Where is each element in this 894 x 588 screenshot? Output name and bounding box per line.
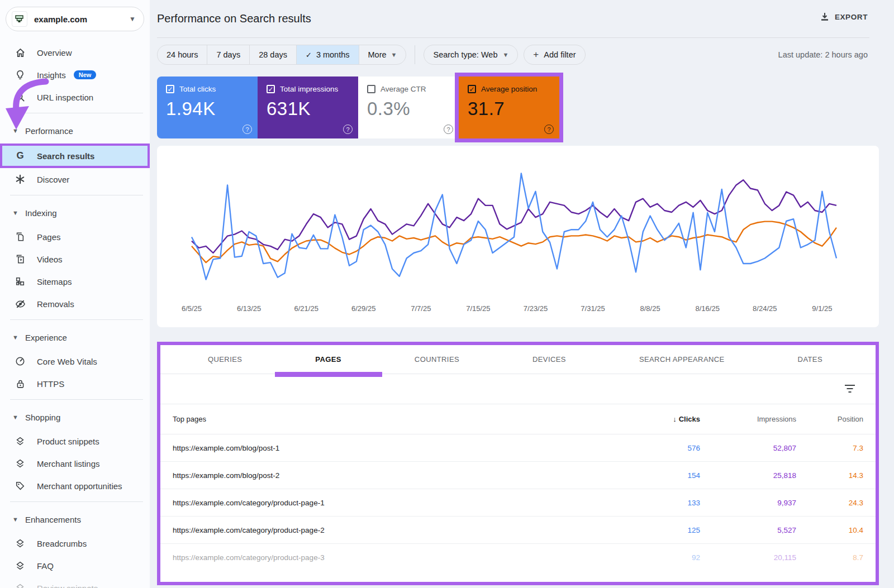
sidebar-item-label: URL inspection (37, 93, 93, 102)
sidebar-item-pages[interactable]: Pages (0, 226, 150, 248)
sidebar-item-discover[interactable]: Discover (0, 168, 150, 190)
date-range-control: 24 hours 7 days 28 days ✓3 months More▼ (157, 45, 406, 65)
metric-value: 631K (267, 98, 349, 119)
sidebar-item-label: Merchant opportunities (37, 481, 122, 491)
table-row[interactable]: https://example.com/category/product-pag… (160, 489, 876, 517)
checkbox-checked-icon[interactable]: ✓ (267, 85, 275, 93)
help-icon[interactable]: ? (242, 125, 252, 134)
range-28-days[interactable]: 28 days (250, 45, 297, 64)
divider (10, 195, 143, 195)
sidebar-item-sitemaps[interactable]: Sitemaps (0, 270, 150, 293)
sidebar-item-breadcrumbs[interactable]: Breadcrumbs (0, 532, 150, 554)
range-24-hours[interactable]: 24 hours (158, 45, 207, 64)
sidebar-item-label: Breadcrumbs (37, 539, 87, 548)
x-axis-label: 6/29/25 (351, 304, 375, 313)
sidebar-item-insights[interactable]: Insights New (0, 64, 150, 86)
checkbox-unchecked-icon[interactable] (367, 85, 375, 93)
table-row[interactable]: https://example.com/category/product-pag… (160, 544, 876, 571)
sidebar-item-core-web-vitals[interactable]: Core Web Vitals (0, 350, 150, 372)
range-more-dropdown[interactable]: More▼ (359, 45, 406, 64)
sidebar-item-removals[interactable]: Removals (0, 293, 150, 315)
property-selector[interactable]: example.com ▼ (6, 7, 144, 31)
filter-icon[interactable] (844, 385, 855, 394)
search-type-dropdown[interactable]: Search type: Web ▼ (424, 45, 518, 65)
plus-icon: + (533, 49, 539, 60)
help-icon[interactable]: ? (444, 125, 453, 134)
tab-queries[interactable]: QUERIES (208, 345, 242, 374)
clicks-cell: 154 (607, 471, 708, 480)
x-axis-label: 7/7/25 (411, 304, 431, 313)
help-icon[interactable]: ? (544, 125, 554, 134)
table-row[interactable]: https://example.com/blog/post-215425,818… (160, 462, 876, 489)
help-icon[interactable]: ? (343, 125, 353, 134)
column-header-position[interactable]: Position (796, 415, 876, 423)
sidebar-section-performance[interactable]: ▼ Performance (0, 118, 150, 144)
page-url-cell[interactable]: https://example.com/category/product-pag… (160, 526, 607, 534)
sidebar-section-indexing[interactable]: ▼ Indexing (0, 200, 150, 226)
checkbox-checked-icon[interactable]: ✓ (468, 85, 476, 93)
checkbox-checked-icon[interactable]: ✓ (166, 85, 174, 93)
layers-icon (15, 436, 26, 447)
sidebar-item-merchant-opportunities[interactable]: Merchant opportunities (0, 475, 150, 497)
sidebar-item-merchant-listings[interactable]: Merchant listings (0, 452, 150, 475)
sidebar-item-videos[interactable]: Videos (0, 248, 150, 270)
sidebar-item-label: Insights (37, 70, 66, 80)
divider (10, 399, 143, 400)
tab-dates[interactable]: DATES (798, 345, 822, 374)
line-chart: 6/5/256/13/256/21/256/29/257/7/257/15/25… (157, 146, 879, 327)
add-filter-button[interactable]: + Add filter (524, 45, 585, 65)
sidebar-item-https[interactable]: HTTPS (0, 372, 150, 395)
page-url-cell[interactable]: https://example.com/blog/post-1 (160, 444, 607, 452)
impressions-cell: 52,807 (708, 444, 796, 452)
sidebar-item-label: Overview (37, 48, 72, 58)
sitemap-icon (15, 276, 26, 287)
table-toolbar (160, 374, 876, 404)
column-header-impressions[interactable]: Impressions (708, 415, 796, 423)
table-body: https://example.com/blog/post-157652,807… (160, 434, 876, 571)
export-button[interactable]: EXPORT (820, 12, 868, 21)
google-g-icon: G (15, 150, 26, 161)
sidebar-item-overview[interactable]: Overview (0, 41, 150, 64)
sidebar-item-faq[interactable]: FAQ (0, 554, 150, 577)
position-cell: 14.3 (796, 471, 876, 480)
page-url-cell[interactable]: https://example.com/category/product-pag… (160, 553, 607, 562)
metric-card-average-position[interactable]: ✓Average position 31.7 ? (459, 77, 559, 138)
sidebar-section-enhancements[interactable]: ▼ Enhancements (0, 506, 150, 532)
tab-search-appearance[interactable]: SEARCH APPEARANCE (639, 345, 725, 374)
sidebar-item-label: Search results (37, 151, 94, 161)
sidebar-section-shopping[interactable]: ▼ Shopping (0, 404, 150, 430)
page-url-cell[interactable]: https://example.com/blog/post-2 (160, 471, 607, 480)
x-axis-label: 8/16/25 (696, 304, 720, 313)
table-row[interactable]: https://example.com/category/product-pag… (160, 517, 876, 544)
metric-value: 0.3% (367, 98, 450, 119)
metric-card-total-impressions[interactable]: ✓Total impressions 631K ? (258, 77, 358, 138)
sidebar-item-url-inspection[interactable]: URL inspection (0, 86, 150, 108)
sidebar-item-product-snippets[interactable]: Product snippets (0, 430, 150, 452)
video-icon (15, 254, 26, 265)
metric-card-total-clicks[interactable]: ✓Total clicks 1.94K ? (157, 77, 258, 138)
page-url-cell[interactable]: https://example.com/category/product-pag… (160, 499, 607, 507)
range-3-months[interactable]: ✓3 months (297, 45, 359, 64)
position-cell: 24.3 (796, 499, 876, 507)
metric-value: 1.94K (166, 98, 249, 119)
chevron-down-icon: ▼ (12, 414, 18, 420)
sidebar-item-label: Pages (37, 232, 61, 242)
table-row[interactable]: https://example.com/blog/post-157652,807… (160, 434, 876, 462)
sidebar-item-review-snippets[interactable]: Review snippets (0, 577, 150, 588)
sidebar-item-label: HTTPS (37, 379, 64, 389)
sidebar-section-experience[interactable]: ▼ Experience (0, 324, 150, 350)
tab-countries[interactable]: COUNTRIES (415, 345, 459, 374)
download-icon (820, 12, 829, 21)
column-header-clicks[interactable]: ↓Clicks (607, 415, 708, 423)
tab-pages[interactable]: PAGES (315, 345, 341, 374)
x-axis-label: 6/21/25 (294, 304, 318, 313)
column-header-top-pages[interactable]: Top pages (160, 415, 607, 423)
tab-devices[interactable]: DEVICES (532, 345, 566, 374)
layers-icon (15, 582, 26, 588)
metric-card-average-ctr[interactable]: Average CTR 0.3% ? (358, 77, 459, 138)
metric-value: 31.7 (468, 98, 550, 119)
sidebar-item-search-results[interactable]: G Search results (0, 144, 150, 168)
range-7-days[interactable]: 7 days (207, 45, 250, 64)
x-axis-label: 6/5/25 (182, 304, 202, 313)
table-header-row: Top pages ↓Clicks Impressions Position (160, 404, 876, 434)
